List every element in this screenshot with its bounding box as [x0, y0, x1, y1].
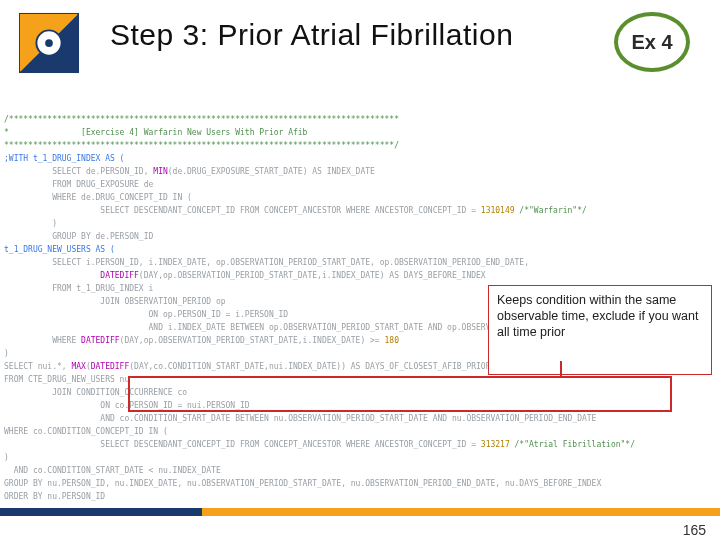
footer-bar [0, 508, 720, 516]
annotation-highlight [128, 376, 672, 412]
svg-point-4 [45, 39, 53, 47]
annotation-callout: Keeps condition within the same observab… [488, 285, 712, 375]
slide-title: Step 3: Prior Atrial Fibrillation [110, 18, 513, 52]
ohdsi-logo [18, 12, 80, 74]
exercise-badge: Ex 4 [614, 12, 690, 72]
exercise-badge-label: Ex 4 [631, 31, 672, 54]
annotation-connector [560, 361, 562, 377]
slide: Step 3: Prior Atrial Fibrillation Ex 4 /… [0, 0, 720, 540]
page-number: 165 [683, 522, 706, 538]
annotation-text: Keeps condition within the same observab… [497, 293, 699, 339]
